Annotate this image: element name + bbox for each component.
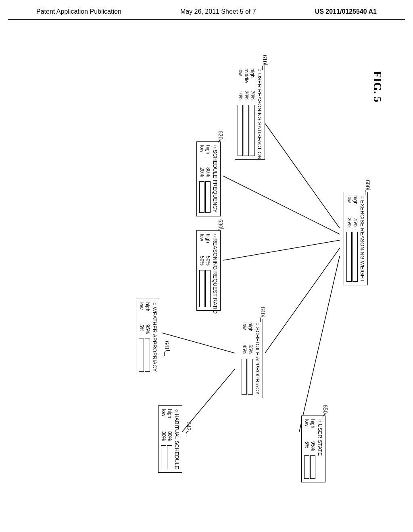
svg-line-5 xyxy=(162,333,235,353)
bar-row: high55% xyxy=(248,322,253,395)
bar-row: high75% xyxy=(353,195,358,282)
bar-row: high50% xyxy=(205,234,211,307)
ref-650: 650 xyxy=(322,405,329,421)
node-title: SCHEDULE FREQUENCY xyxy=(212,145,218,213)
node-schedule-frequency: SCHEDULE FREQUENCY high80% low20% xyxy=(196,141,221,216)
bar-row: high80% xyxy=(167,409,173,469)
svg-line-4 xyxy=(299,256,340,432)
page-header: Patent Application Publication May 26, 2… xyxy=(8,0,405,20)
node-habitual-schedule: HABITUAL SCHEDULE high80% low30% xyxy=(158,405,182,473)
ref-620: 620 xyxy=(217,131,224,147)
ref-640: 640 xyxy=(259,307,266,323)
node-title: WEATHER APPROPRIACY xyxy=(152,302,158,372)
node-title: EXERCISE REASONING WEIGHT xyxy=(359,195,365,282)
node-schedule-appropriacy: SCHEDULE APPROPRIACY high55% low45% xyxy=(239,319,263,398)
node-title: REASONING REQUEST RATIO xyxy=(212,234,218,307)
svg-line-1 xyxy=(223,176,340,234)
bar-row: low25% xyxy=(346,195,352,282)
node-reasoning-request-ratio: REASONING REQUEST RATIO high50% low50% xyxy=(196,230,221,311)
svg-line-2 xyxy=(223,240,340,260)
bar-row: high70% xyxy=(250,69,255,156)
bar-row: low5% xyxy=(304,419,310,479)
bar-row: low50% xyxy=(199,234,205,307)
node-user-state: USER STATE high95% low5% xyxy=(301,416,325,482)
node-exercise-reasoning-weight: EXERCISE REASONING WEIGHT high75% low25% xyxy=(344,192,368,285)
bar-row: low10% xyxy=(238,69,243,156)
diagram-canvas: FIG. 5 EXERCISE REASONING WEIGHT high75%… xyxy=(45,71,368,514)
bar-row: high95% xyxy=(310,419,316,479)
node-title: USER REASONING SATISFACTION xyxy=(257,69,263,156)
header-left: Patent Application Publication xyxy=(36,8,121,15)
ref-630: 630 xyxy=(217,219,224,235)
ref-641: 641 xyxy=(163,341,170,357)
header-right: US 2011/0125540 A1 xyxy=(315,8,377,15)
ref-642: 642 xyxy=(185,422,192,438)
bar-row: low5% xyxy=(139,302,144,372)
bar-row: middle20% xyxy=(244,69,249,156)
bar-row: low20% xyxy=(199,145,205,213)
node-title: SCHEDULE APPROPRIACY xyxy=(254,322,261,395)
bar-row: high80% xyxy=(205,145,211,213)
ref-610: 610 xyxy=(261,55,268,71)
figure-label: FIG. 5 xyxy=(371,71,384,102)
bar-row: low30% xyxy=(161,409,167,469)
svg-line-3 xyxy=(265,248,340,353)
node-title: USER STATE xyxy=(317,419,323,479)
bar-row: high95% xyxy=(145,302,150,372)
node-user-reasoning-satisfaction: USER REASONING SATISFACTION high70% midd… xyxy=(235,65,265,160)
bar-row: low45% xyxy=(242,322,247,395)
header-center: May 26, 2011 Sheet 5 of 7 xyxy=(180,8,256,15)
svg-line-0 xyxy=(265,123,340,228)
node-weather-appropriacy: WEATHER APPROPRIACY high95% low5% xyxy=(136,299,160,375)
ref-600: 600 xyxy=(364,180,371,196)
node-title: HABITUAL SCHEDULE xyxy=(174,409,180,469)
